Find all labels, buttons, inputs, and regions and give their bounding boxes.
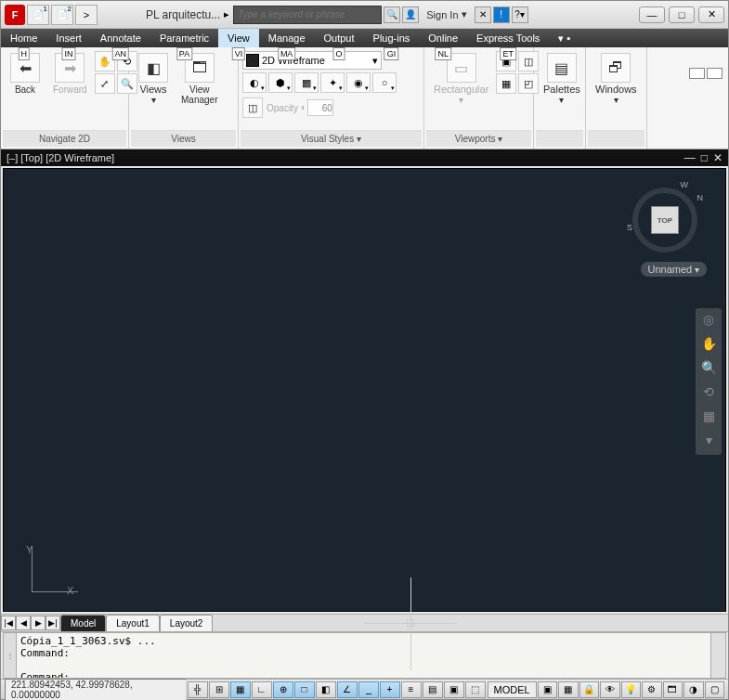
- status-otrack[interactable]: ∠: [337, 681, 358, 698]
- search-icon[interactable]: 🔍: [384, 6, 400, 23]
- exchange-icon[interactable]: ✕: [475, 6, 491, 23]
- statusbar: 221.80942453, 42.99978628, 0.00000000 ╬⊞…: [1, 679, 728, 699]
- status-polar[interactable]: ⊕: [273, 681, 293, 698]
- coordinate-display[interactable]: 221.80942453, 42.99978628, 0.00000000: [5, 679, 187, 701]
- zoom-tool-icon[interactable]: 🔍: [699, 360, 718, 379]
- workspace-switching[interactable]: ⚙: [642, 681, 661, 698]
- auto-scale[interactable]: 💡: [621, 681, 641, 698]
- quick-view-layouts[interactable]: ▣: [538, 681, 557, 698]
- tab-prev[interactable]: ◀: [16, 616, 31, 630]
- tab-output[interactable]: OutputO: [315, 29, 364, 47]
- qat-doc1[interactable]: 📄1: [27, 5, 49, 25]
- qat-doc2[interactable]: 📄2: [51, 5, 73, 25]
- tab-home[interactable]: HomeH: [1, 29, 46, 47]
- command-scrollbar[interactable]: [710, 633, 725, 678]
- vs-tool-3[interactable]: ▩: [294, 72, 319, 93]
- opacity-label: Opacity: [267, 103, 298, 113]
- signin-link[interactable]: Sign In ▾: [421, 8, 472, 20]
- qat-more[interactable]: >: [75, 5, 98, 25]
- vp-close-icon[interactable]: ✕: [713, 151, 722, 164]
- visual-style-dropdown[interactable]: 2D Wireframe ▾: [242, 51, 382, 70]
- showmotion-icon[interactable]: ▦: [699, 408, 718, 427]
- tab-online[interactable]: OnlineNL: [419, 29, 467, 47]
- orbit-tool-icon[interactable]: ⟲: [699, 384, 718, 403]
- tab-overflow[interactable]: ▾ ▪: [549, 29, 579, 47]
- full-nav-wheel-icon[interactable]: ◎: [699, 312, 718, 331]
- ucs-y-label: Y: [26, 544, 33, 555]
- vp-maximize-icon[interactable]: □: [701, 151, 708, 164]
- tab-first[interactable]: |◀: [1, 616, 16, 630]
- tab-insert[interactable]: InsertIN: [46, 29, 91, 47]
- status-snap[interactable]: ⊞: [209, 681, 229, 698]
- command-history[interactable]: Cópia_1_1_3063.sv$ ... Command: Command:: [17, 633, 710, 678]
- model-space-button[interactable]: MODEL: [488, 681, 537, 698]
- palettes-button[interactable]: ▤ Palettes▾: [538, 51, 586, 107]
- visual-style-swatch-icon: [246, 54, 259, 67]
- tab-parametric[interactable]: ParametricPA: [150, 29, 218, 47]
- info-icon[interactable]: !: [493, 6, 510, 23]
- tab-plugins[interactable]: Plug-insGI: [364, 29, 420, 47]
- signin-icon[interactable]: 👤: [402, 6, 419, 23]
- tab-layout2[interactable]: Layout2: [160, 615, 214, 631]
- vs-tool-2[interactable]: ⬢: [268, 72, 293, 93]
- compass-w: W: [681, 180, 689, 189]
- views-dropdown[interactable]: ◧ Views▾: [133, 51, 174, 107]
- vs-tool-5[interactable]: ◉: [346, 72, 371, 93]
- xray-toggle[interactable]: ◫: [242, 97, 263, 118]
- tab-model[interactable]: Model: [60, 615, 106, 631]
- drawing-canvas[interactable]: Y X TOP N W S Unnamed ▾ ◎ ✋ 🔍 ⟲ ▦ ▾: [3, 168, 726, 612]
- compass-n: N: [697, 193, 704, 202]
- status-tpy[interactable]: ▤: [423, 681, 443, 698]
- command-handle-icon[interactable]: ⋮: [4, 633, 17, 678]
- vp-config-button[interactable]: ▦: [496, 73, 516, 94]
- close-button[interactable]: ✕: [698, 6, 724, 23]
- status-grid[interactable]: ▦: [230, 681, 251, 698]
- vs-tool-1[interactable]: ◐: [242, 72, 267, 93]
- annotation-visibility[interactable]: 👁: [600, 681, 619, 698]
- hardware-accel[interactable]: 🗔: [663, 681, 683, 698]
- tab-layout1[interactable]: Layout1: [106, 615, 160, 631]
- command-window[interactable]: ⋮ Cópia_1_1_3063.sv$ ... Command: Comman…: [3, 632, 726, 679]
- status-ducs[interactable]: ⎯: [358, 681, 379, 698]
- maximize-button[interactable]: □: [669, 6, 695, 23]
- navigation-bar: ◎ ✋ 🔍 ⟲ ▦ ▾: [696, 308, 722, 455]
- status-dyn[interactable]: +: [380, 681, 400, 698]
- vs-tool-6[interactable]: ○: [372, 72, 397, 93]
- viewcube[interactable]: TOP N W S: [632, 188, 697, 253]
- status-lwt[interactable]: ≡: [401, 681, 422, 698]
- pan-tool-icon[interactable]: ✋: [699, 336, 718, 355]
- status-infer[interactable]: ╬: [188, 681, 208, 698]
- viewcube-top-face[interactable]: TOP: [651, 206, 679, 234]
- views-icon: ◧: [138, 53, 168, 83]
- clean-screen[interactable]: ▢: [705, 681, 724, 698]
- tab-annotate[interactable]: AnnotateAN: [91, 29, 150, 47]
- view-name-badge[interactable]: Unnamed ▾: [641, 262, 707, 277]
- tab-manage[interactable]: ManageMA: [259, 29, 315, 47]
- status-3dosnap[interactable]: ◧: [316, 681, 336, 698]
- navbar-options-icon[interactable]: ▾: [699, 433, 718, 451]
- status-qp[interactable]: ▣: [444, 681, 464, 698]
- tab-next[interactable]: ▶: [31, 616, 46, 630]
- status-ortho[interactable]: ∟: [252, 681, 272, 698]
- extents-button[interactable]: ⤢: [95, 73, 115, 94]
- status-osnap[interactable]: □: [294, 681, 315, 698]
- viewport-label[interactable]: [–] [Top] [2D Wireframe]: [7, 152, 114, 163]
- minimize-button[interactable]: —: [639, 6, 665, 23]
- app-menu-button[interactable]: F: [5, 5, 25, 25]
- opacity-value[interactable]: [307, 99, 333, 116]
- tab-last[interactable]: ▶|: [46, 616, 60, 630]
- windows-button[interactable]: 🗗 Windows▾: [590, 51, 643, 107]
- isolate-objects[interactable]: ◑: [683, 681, 703, 698]
- help-icon[interactable]: ?▾: [512, 6, 528, 23]
- opacity-slider[interactable]: [302, 106, 304, 110]
- tab-view[interactable]: ViewVI: [218, 29, 259, 47]
- annotation-scale[interactable]: 🔒: [579, 681, 599, 698]
- tab-expresstools[interactable]: Express ToolsET: [467, 29, 549, 47]
- vs-tool-4[interactable]: ✦: [320, 72, 345, 93]
- overflow-keytips: X2 X3: [689, 68, 722, 79]
- vp-minimize-icon[interactable]: —: [684, 151, 696, 164]
- infocenter-search[interactable]: [233, 6, 382, 24]
- pickbox: [407, 619, 414, 627]
- status-sc[interactable]: ⬚: [465, 681, 486, 698]
- quick-view-drawings[interactable]: ▦: [558, 681, 578, 698]
